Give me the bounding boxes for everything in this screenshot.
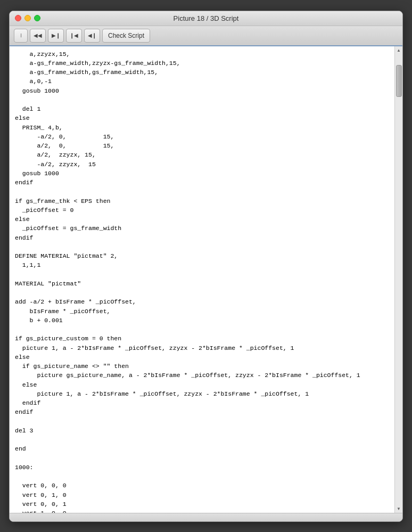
back-icon: ◀◀ <box>34 32 42 38</box>
code-content: a,zzyzx,15, a-gs_frame_width,zzyzx-gs_fr… <box>15 51 360 513</box>
window-title: Picture 18 / 3D Script <box>174 14 239 22</box>
traffic-lights <box>15 15 40 21</box>
toolbar-btn-play[interactable]: ▶❙ <box>48 29 64 43</box>
check-script-label: Check Script <box>108 32 144 39</box>
scroll-up-arrow[interactable]: ▲ <box>395 46 402 54</box>
toolbar-btn-rewind[interactable]: ◀❙ <box>84 29 100 43</box>
code-editor[interactable]: a,zzyzx,15, a-gs_frame_width,zzyzx-gs_fr… <box>10 46 394 513</box>
play-icon: ▶❙ <box>52 32 60 38</box>
maximize-button[interactable] <box>34 15 40 21</box>
toolbar: ⁞ ◀◀ ▶❙ ❙◀ ◀❙ Check Script <box>10 26 402 46</box>
close-button[interactable] <box>15 15 21 21</box>
title-bar: Picture 18 / 3D Script <box>10 11 402 26</box>
rewind-icon: ◀❙ <box>88 32 96 38</box>
check-script-button[interactable]: Check Script <box>102 29 150 43</box>
toolbar-btn-back[interactable]: ◀◀ <box>30 29 46 43</box>
toolbar-btn-lines[interactable]: ⁞ <box>14 29 28 43</box>
bottom-bar <box>10 513 402 521</box>
minimize-button[interactable] <box>24 15 31 21</box>
skip-icon: ❙◀ <box>70 32 78 38</box>
scrollbar[interactable]: ▲ ▼ <box>394 46 402 513</box>
main-window: Picture 18 / 3D Script ⁞ ◀◀ ▶❙ ❙◀ ◀❙ Che… <box>9 11 403 522</box>
scrollbar-track[interactable] <box>395 54 402 505</box>
scroll-down-arrow[interactable]: ▼ <box>395 505 402 513</box>
lines-icon: ⁞ <box>20 32 22 38</box>
toolbar-btn-skip[interactable]: ❙◀ <box>66 29 82 43</box>
content-area: a,zzyzx,15, a-gs_frame_width,zzyzx-gs_fr… <box>10 46 402 513</box>
scrollbar-thumb[interactable] <box>396 65 402 97</box>
